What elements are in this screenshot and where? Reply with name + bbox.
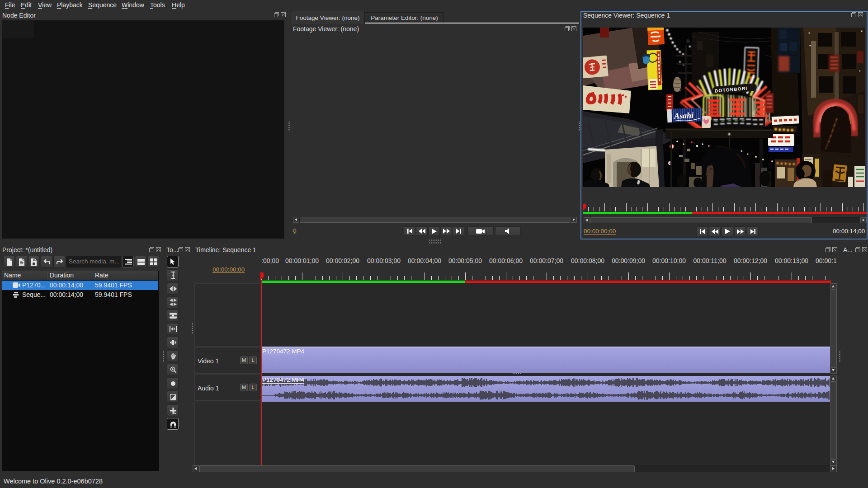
svg-text:Asahi: Asahi bbox=[674, 111, 694, 121]
